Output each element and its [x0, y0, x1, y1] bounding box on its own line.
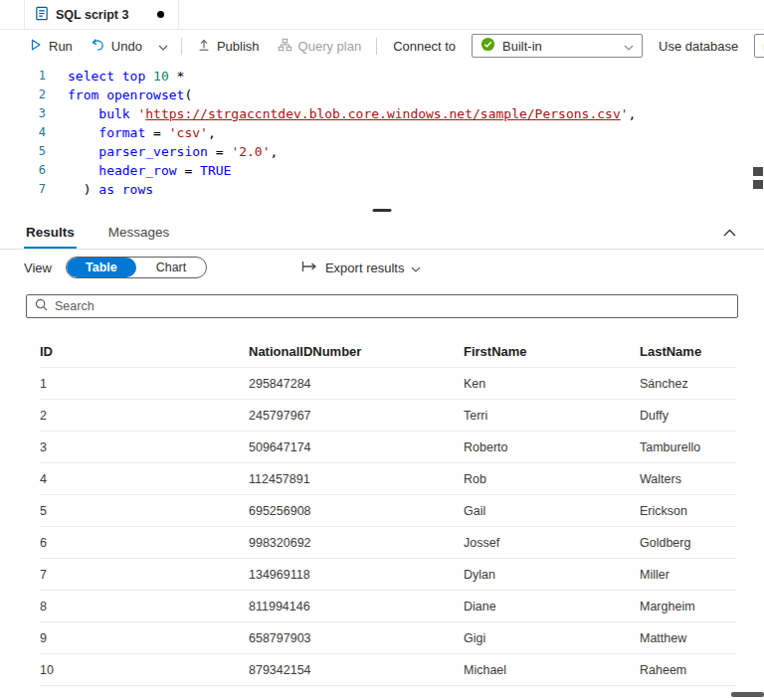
- table-row[interactable]: 5695256908GailErickson: [40, 495, 736, 527]
- results-tab-bar: Results Messages: [0, 216, 764, 250]
- export-results-button[interactable]: Export results: [301, 261, 421, 275]
- connect-to-value: Built-in: [502, 39, 542, 54]
- run-more-dropdown-button[interactable]: [151, 39, 175, 54]
- undo-icon: [91, 37, 105, 55]
- table-cell: Duffy: [640, 409, 736, 423]
- table-row[interactable]: 7134969118DylanMiller: [40, 559, 736, 591]
- editor-vertical-scrollbar[interactable]: [753, 180, 763, 189]
- column-header-id[interactable]: ID: [40, 344, 249, 359]
- sql-editor[interactable]: 1select top 10 *2from openrowset(3 bulk …: [0, 62, 764, 206]
- table-cell: Ken: [464, 377, 640, 391]
- table-cell: 2: [40, 409, 249, 423]
- table-cell: Dylan: [464, 568, 640, 582]
- code-text: bulk 'https://strgaccntdev.blob.core.win…: [46, 104, 636, 123]
- column-header-lastname[interactable]: LastName: [640, 344, 736, 359]
- table-row[interactable]: 6998320692JossefGoldberg: [40, 527, 736, 559]
- tab-sql-script-3[interactable]: SQL script 3: [24, 0, 179, 29]
- tab-title: SQL script 3: [56, 8, 128, 22]
- chevron-up-icon: [723, 225, 736, 240]
- results-view-row: View Table Chart Export results: [0, 251, 764, 284]
- code-line: 6 header_row = TRUE: [0, 161, 764, 180]
- table-cell: Sánchez: [640, 377, 736, 391]
- table-row[interactable]: 10879342154MichaelRaheem: [40, 654, 736, 686]
- table-cell: Goldberg: [640, 536, 736, 550]
- table-cell: 658797903: [249, 631, 464, 645]
- search-box: [26, 294, 738, 318]
- table-cell: Miller: [640, 568, 736, 582]
- search-row: [0, 284, 764, 326]
- undo-label: Undo: [111, 39, 142, 54]
- search-input[interactable]: [55, 299, 729, 313]
- undo-button[interactable]: Undo: [82, 30, 151, 62]
- table-cell: Diane: [464, 600, 640, 613]
- table-cell: 8: [40, 600, 249, 613]
- resize-grip-icon: [373, 209, 392, 212]
- table-cell: Gail: [464, 504, 640, 518]
- view-label: View: [24, 261, 52, 275]
- table-cell: 811994146: [249, 600, 464, 613]
- table-cell: 6: [40, 536, 249, 550]
- table-cell: Gigi: [464, 631, 640, 645]
- table-cell: 509647174: [249, 440, 464, 454]
- collapse-panel-button[interactable]: [719, 216, 740, 249]
- table-cell: 9: [40, 631, 249, 645]
- column-header-firstname[interactable]: FirstName: [464, 344, 640, 359]
- export-results-label: Export results: [325, 261, 404, 275]
- run-button[interactable]: Run: [20, 30, 82, 62]
- tab-messages[interactable]: Messages: [106, 216, 172, 249]
- view-table-button[interactable]: Table: [67, 258, 136, 277]
- builtin-status-icon: [480, 37, 495, 55]
- code-line: 2from openrowset(: [0, 86, 764, 104]
- table-cell: 3: [40, 440, 249, 454]
- table-cell: Michael: [464, 663, 640, 677]
- publish-button[interactable]: Publish: [188, 30, 269, 62]
- search-icon: [35, 298, 48, 314]
- editor-vertical-scrollbar[interactable]: [753, 167, 763, 176]
- line-number: 6: [0, 161, 46, 180]
- table-cell: Rob: [464, 472, 640, 486]
- tab-results[interactable]: Results: [24, 216, 77, 249]
- table-cell: 879342154: [249, 663, 464, 677]
- table-cell: Terri: [464, 409, 640, 423]
- chevron-down-icon: [158, 39, 168, 54]
- table-cell: 998320692: [249, 536, 464, 550]
- table-row[interactable]: 8811994146DianeMargheim: [40, 591, 736, 622]
- panel-resize-handle[interactable]: [0, 206, 764, 216]
- table-cell: Walters: [640, 472, 736, 486]
- table-cell: 245797967: [249, 409, 464, 423]
- use-database-select[interactable]: master: [754, 34, 764, 58]
- code-text: ) as rows: [46, 180, 153, 199]
- table-cell: 10: [40, 663, 249, 677]
- line-number: 1: [0, 67, 46, 86]
- table-cell: 7: [40, 568, 249, 582]
- code-text: from openrowset(: [46, 86, 192, 104]
- export-icon: [301, 261, 318, 275]
- table-row[interactable]: 3509647174RobertoTamburello: [40, 432, 736, 463]
- publish-label: Publish: [217, 39, 260, 54]
- grid-header-row: IDNationalIDNumberFirstNameLastName: [40, 336, 736, 368]
- table-row[interactable]: 1295847284KenSánchez: [40, 368, 736, 400]
- query-plan-label: Query plan: [298, 39, 362, 54]
- tab-messages-label: Messages: [108, 225, 170, 240]
- table-row[interactable]: 2245797967TerriDuffy: [40, 400, 736, 432]
- column-header-nationalidnumber[interactable]: NationalIDNumber: [249, 344, 464, 359]
- code-lines: 1select top 10 *2from openrowset(3 bulk …: [0, 67, 764, 199]
- connect-to-select[interactable]: Built-in: [472, 34, 643, 58]
- table-cell: Tamburello: [640, 440, 736, 454]
- table-row[interactable]: 9658797903GigiMatthew: [40, 622, 736, 654]
- table-cell: Jossef: [464, 536, 640, 550]
- line-number: 7: [0, 180, 46, 199]
- sql-file-icon: [35, 6, 49, 24]
- code-text: select top 10 *: [46, 67, 184, 86]
- page-horizontal-scrollbar[interactable]: [731, 692, 764, 697]
- chevron-down-icon: [624, 39, 634, 54]
- view-chart-button[interactable]: Chart: [136, 258, 206, 277]
- table-cell: 695256908: [249, 504, 464, 518]
- publish-icon: [197, 38, 211, 55]
- table-cell: Roberto: [464, 440, 640, 454]
- table-cell: Raheem: [640, 663, 736, 677]
- code-line: 5 parser_version = '2.0',: [0, 142, 764, 161]
- table-cell: Margheim: [640, 600, 736, 613]
- query-plan-icon: [278, 38, 292, 55]
- table-row[interactable]: 4112457891RobWalters: [40, 463, 736, 495]
